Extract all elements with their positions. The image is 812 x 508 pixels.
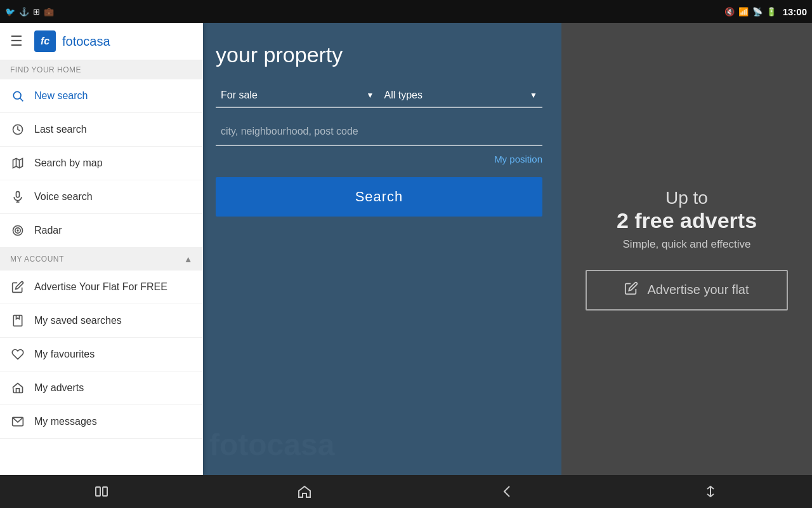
mute-icon: 🔇: [724, 7, 735, 17]
svg-point-11: [17, 230, 18, 231]
sidebar-header: ☰ fc fotocasa: [0, 23, 203, 60]
search-icon: [10, 88, 25, 104]
edit-icon: [10, 279, 25, 295]
property-kind-select[interactable]: All types Flat House Land: [379, 83, 543, 108]
heart-icon: [10, 347, 25, 362]
voice-search-label: Voice search: [34, 191, 193, 203]
chevron-up-icon: ▲: [184, 254, 193, 264]
sidebar-item-search-by-map[interactable]: Search by map: [0, 147, 203, 180]
property-kind-wrapper: All types Flat House Land ▼: [379, 83, 543, 108]
status-bar-right: 🔇 📶 📡 🔋 13:00: [724, 6, 807, 17]
svg-rect-15: [103, 487, 107, 496]
last-search-label: Last search: [34, 124, 193, 135]
sidebar-item-saved-searches[interactable]: My saved searches: [0, 304, 203, 338]
sale-type-wrapper: For sale For rent Share ▼: [216, 83, 379, 108]
status-bar: 🐦 ⚓ ⊞ 💼 🔇 📶 📡 🔋 13:00: [0, 0, 812, 23]
signal-icon: 📡: [752, 7, 763, 17]
content-area: fotocasa your property For sale For rent…: [203, 23, 812, 475]
find-your-home-label: FIND YOUR HOME: [0, 60, 203, 79]
search-title: your property: [216, 42, 542, 68]
mail-icon: [10, 414, 25, 429]
main-area: ☰ fc fotocasa FIND YOUR HOME New search: [0, 23, 812, 475]
wifi-icon: 📶: [738, 7, 749, 17]
app-logo: fc: [34, 30, 56, 52]
sidebar: ☰ fc fotocasa FIND YOUR HOME New search: [0, 23, 203, 475]
sidebar-item-last-search[interactable]: Last search: [0, 113, 203, 147]
svg-line-1: [20, 98, 23, 102]
bottom-nav: [0, 475, 812, 508]
svg-rect-12: [13, 316, 22, 326]
my-account-section[interactable]: MY ACCOUNT ▲: [0, 248, 203, 271]
sidebar-item-advertise-flat[interactable]: Advertise Your Flat For FREE: [0, 271, 203, 304]
recents-button[interactable]: [82, 479, 121, 504]
home-nav-button[interactable]: [285, 479, 324, 504]
map-icon: [10, 156, 25, 171]
bookmark-icon: [10, 313, 25, 328]
svg-rect-6: [16, 192, 20, 197]
simple-label: Simple, quick and effective: [623, 238, 751, 250]
favourites-label: My favourites: [34, 349, 193, 360]
sale-type-select[interactable]: For sale For rent Share: [216, 83, 379, 108]
search-by-map-label: Search by map: [34, 157, 193, 169]
battery-icon: 🔋: [766, 7, 776, 17]
usb-icon: ⚓: [19, 7, 29, 17]
new-search-label: New search: [34, 90, 193, 102]
svg-rect-14: [96, 487, 100, 496]
my-account-label: MY ACCOUNT: [10, 255, 64, 264]
sidebar-item-radar[interactable]: Radar: [0, 214, 203, 248]
sidebar-item-favourites[interactable]: My favourites: [0, 338, 203, 371]
saved-searches-label: My saved searches: [34, 315, 193, 326]
my-position-link[interactable]: My position: [216, 154, 542, 164]
twitter-icon: 🐦: [5, 7, 15, 17]
search-button[interactable]: Search: [216, 177, 542, 217]
back-button[interactable]: [488, 479, 527, 504]
clock-icon: [10, 122, 25, 137]
advertise-your-flat-button[interactable]: Advertise your flat: [586, 270, 789, 311]
my-messages-label: My messages: [34, 416, 193, 427]
advertise-flat-label: Advertise Your Flat For FREE: [34, 281, 193, 293]
home-icon: [10, 380, 25, 396]
sidebar-item-new-search[interactable]: New search: [0, 79, 203, 113]
location-input[interactable]: [216, 118, 542, 146]
free-adverts-label: 2 free adverts: [617, 208, 757, 233]
scroll-button[interactable]: [691, 479, 730, 504]
bag-icon: 💼: [44, 7, 54, 17]
radar-label: Radar: [34, 225, 193, 236]
my-adverts-label: My adverts: [34, 382, 193, 394]
mic-icon: [10, 189, 25, 204]
svg-point-0: [13, 91, 21, 99]
advertise-panel: Up to 2 free adverts Simple, quick and e…: [561, 23, 812, 475]
radar-icon: [10, 223, 25, 238]
advertise-btn-label: Advertise your flat: [647, 283, 749, 297]
hamburger-icon[interactable]: ☰: [10, 33, 23, 50]
up-to-label: Up to: [617, 188, 757, 208]
svg-marker-3: [13, 159, 23, 168]
advertise-edit-icon: [624, 281, 638, 299]
sidebar-item-my-adverts[interactable]: My adverts: [0, 371, 203, 405]
status-bar-left: 🐦 ⚓ ⊞ 💼: [5, 7, 54, 17]
property-type-row: For sale For rent Share ▼ All types Flat…: [216, 83, 542, 108]
sidebar-item-my-messages[interactable]: My messages: [0, 405, 203, 439]
brand-name: fotocasa: [62, 34, 110, 49]
search-panel: your property For sale For rent Share ▼ …: [203, 23, 561, 475]
advertise-text: Up to 2 free adverts Simple, quick and e…: [617, 188, 757, 251]
status-time: 13:00: [783, 6, 807, 17]
grid-icon: ⊞: [33, 7, 40, 17]
sidebar-item-voice-search[interactable]: Voice search: [0, 180, 203, 214]
